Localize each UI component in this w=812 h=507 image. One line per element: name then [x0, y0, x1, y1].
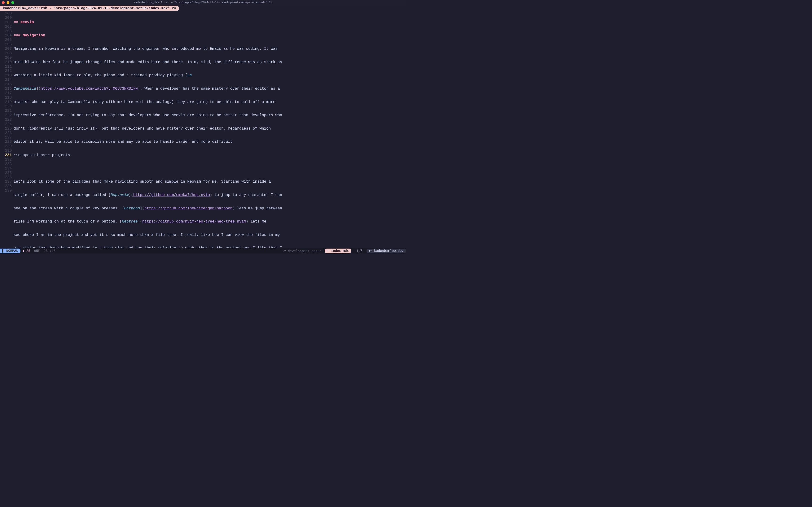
cursor-position: 231:13: [42, 249, 57, 253]
text: impressive performance. I'm not trying t…: [14, 113, 282, 117]
tab-position: 1,7: [353, 249, 365, 253]
link-text: La: [187, 73, 192, 77]
link-text: Harpoon: [124, 206, 140, 211]
text: single buffer, I can use a package calle…: [14, 193, 111, 197]
link-url: https://github.com/smoka7/hop.nvim: [133, 193, 210, 197]
text: pianist who can play La Campanella (stay…: [14, 100, 275, 104]
text: . When a developer has the same mastery …: [140, 87, 280, 91]
text: mind-blowing how fast he jumped through …: [14, 60, 282, 64]
link-url: https://www.youtube.com/watch?v=M0U73NRS…: [41, 87, 138, 91]
link-url: https://github.com/nvim-neo-tree/neo-tre…: [142, 219, 246, 224]
text: lets me jump between: [235, 206, 282, 211]
strike-text: compositions: [18, 153, 45, 157]
vim-mode-indicator: ▌ NORMAL: [0, 248, 20, 253]
maximize-window-button[interactable]: [11, 1, 14, 4]
project-badge[interactable]: 🗀 kadenbarlow.dev: [366, 248, 406, 253]
text: editor it is, will be able to accomplish…: [14, 139, 233, 144]
text: Let's look at some of the packages that …: [14, 180, 271, 184]
line-number-gutter: 183 200 201 202 203 204 205 206 207 208 …: [0, 11, 14, 248]
text: lets me: [248, 219, 266, 224]
text: watching a little kid learn to play the …: [14, 73, 187, 77]
text: files I'm working on at the touch of a b…: [14, 219, 122, 224]
text: projects.: [50, 153, 72, 157]
heading: ## Neovim: [14, 20, 34, 24]
minimize-window-button[interactable]: [7, 1, 9, 4]
editor-content[interactable]: ## Neovim ### Navigation Navigating in N…: [14, 11, 406, 248]
window-title: kadenbarlow_dev:1:zsh — "src/pages/blog/…: [134, 1, 272, 4]
file-icon: ≡: [327, 249, 329, 253]
folder-icon: 🗀: [369, 249, 372, 253]
link-text: Hop.nvim: [111, 193, 129, 197]
window-titlebar: kadenbarlow_dev:1:zsh — "src/pages/blog/…: [0, 0, 406, 5]
text: see where I am in the project and yet it…: [14, 233, 280, 237]
branch-icon: ⎇: [282, 249, 286, 253]
link-text: Neotree: [122, 219, 138, 224]
text: don't (apparently I'll just imply it), b…: [14, 126, 271, 131]
current-file-badge[interactable]: ≡ index.mdx: [325, 248, 351, 253]
scroll-percent: 65%: [32, 249, 42, 253]
text: git status that have been modified in a …: [14, 246, 282, 248]
link-text: Campanella: [14, 87, 36, 91]
text: Navigating in Neovim is a dream. I remem…: [14, 47, 277, 51]
link-url: https://github.com/ThePrimeagen/harpoon: [145, 206, 233, 211]
tmux-tab-active[interactable]: kadenbarlow_dev:1:zsh – "src/pages/blog/…: [0, 6, 179, 11]
heading: ### Navigation: [14, 33, 45, 38]
traffic-lights: [2, 1, 14, 4]
text: see on the screen with a couple of key p…: [14, 206, 124, 211]
text: to jump to any character I can: [212, 193, 282, 197]
close-window-button[interactable]: [2, 1, 5, 4]
tmux-tab-bar: kadenbarlow_dev:1:zsh – "src/pages/blog/…: [0, 5, 406, 11]
git-branch: ⎇ development-setup: [280, 249, 324, 253]
modified-indicator: ● 25: [20, 249, 32, 253]
editor-area[interactable]: 183 200 201 202 203 204 205 206 207 208 …: [0, 11, 406, 248]
status-line: ▌ NORMAL ● 25 65% 231:13 ⎇ development-s…: [0, 248, 406, 253]
